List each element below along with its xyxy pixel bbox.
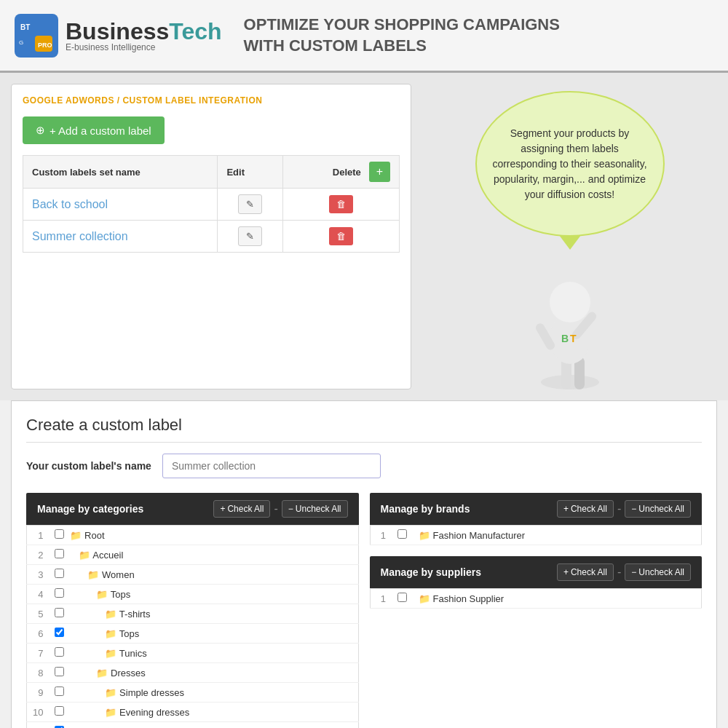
category-name: 📁 Summer dresses [70, 722, 358, 729]
row-num: 11 [27, 722, 50, 729]
suppliers-title: Manage by suppliers [381, 566, 481, 578]
category-checkbox[interactable] [55, 706, 64, 716]
suppliers-uncheck-all-button[interactable]: − Uncheck All [625, 563, 691, 581]
right-panel: Segment your products by assigning them … [422, 84, 717, 389]
row-num: 1 [370, 526, 392, 545]
main-content: GOOGLE ADWORDS / CUSTOM LABEL INTEGRATIO… [0, 73, 728, 400]
suppliers-table: 1 📁 Fashion Supplier [370, 588, 703, 609]
table-row: 8 📁 Dresses [27, 663, 359, 683]
category-name: 📁 Simple dresses [70, 683, 358, 703]
col-delete-header: Delete + [282, 156, 399, 189]
logo-icon: BT G PRO [15, 14, 58, 58]
categories-uncheck-all-button[interactable]: − Uncheck All [282, 500, 348, 518]
category-checkbox[interactable] [55, 549, 64, 558]
table-row: Summer collection ✎ 🗑 [23, 221, 400, 253]
label-name-cell: Back to school [23, 189, 218, 221]
label-name-label: Your custom label's name [26, 460, 151, 472]
table-row: 6 📁 Tops [27, 624, 359, 644]
categories-actions: + Check All - − Uncheck All [213, 500, 347, 518]
category-name: 📁 Dresses [70, 663, 358, 683]
row-num: 4 [27, 585, 50, 604]
brand-block: BusinessTech E-business Intelligence [66, 18, 222, 52]
category-checkbox[interactable] [55, 569, 64, 578]
manage-grid: Manage by categories + Check All - − Unc… [26, 493, 702, 728]
categories-header: Manage by categories + Check All - − Unc… [26, 493, 359, 525]
svg-text:B: B [561, 333, 569, 344]
row-num: 1 [27, 526, 50, 545]
widget-title: GOOGLE ADWORDS / CUSTOM LABEL INTEGRATIO… [23, 95, 400, 106]
plus-icon: ⊕ [36, 124, 45, 137]
brand-checkbox[interactable] [397, 529, 407, 539]
brand-name: 📁 Fashion Manufacturer [413, 526, 702, 545]
category-name: 📁 Tunics [70, 644, 358, 663]
custom-label-name-input[interactable] [162, 454, 381, 478]
suppliers-section: Manage by suppliers + Check All - − Unch… [370, 556, 703, 609]
table-row: 4 📁 Tops [27, 585, 359, 604]
delete-button[interactable]: 🗑 [329, 195, 353, 213]
suppliers-check-all-button[interactable]: + Check All [557, 563, 614, 581]
category-name: 📁 Evening dresses [70, 703, 358, 722]
table-row: 1 📁 Fashion Manufacturer [370, 526, 702, 545]
category-name: 📁 Tops [70, 585, 358, 604]
section-title: Create a custom label [26, 416, 702, 443]
category-checkbox[interactable] [55, 608, 64, 617]
add-label-icon-button[interactable]: + [369, 162, 390, 182]
svg-text:G: G [19, 39, 23, 46]
admin-widget: GOOGLE ADWORDS / CUSTOM LABEL INTEGRATIO… [11, 84, 411, 389]
table-row: 10 📁 Evening dresses [27, 703, 359, 722]
header: BT G PRO BusinessTech E-business Intelli… [0, 0, 728, 73]
category-name: 📁 Accueil [70, 545, 358, 565]
col-name-header: Custom labels set name [23, 156, 218, 189]
brands-actions: + Check All - − Uncheck All [557, 500, 691, 518]
edit-button[interactable]: ✎ [238, 194, 262, 214]
brands-uncheck-all-button[interactable]: − Uncheck All [625, 500, 691, 518]
edit-button[interactable]: ✎ [238, 226, 262, 246]
table-row: Back to school ✎ 🗑 [23, 189, 400, 221]
table-row: 1 📁 Root [27, 526, 359, 545]
brands-table: 1 📁 Fashion Manufacturer [370, 525, 703, 545]
row-num: 5 [27, 604, 50, 624]
plus-icon: + [220, 504, 225, 514]
add-custom-label-button[interactable]: ⊕ + Add a custom label [23, 116, 165, 144]
label-name-row: Your custom label's name [26, 454, 702, 478]
delete-button[interactable]: 🗑 [329, 227, 353, 245]
table-row: 5 📁 T-shirts [27, 604, 359, 624]
bottom-section: Create a custom label Your custom label'… [11, 400, 717, 728]
category-checkbox[interactable] [55, 529, 64, 539]
row-num: 8 [27, 663, 50, 683]
suppliers-header: Manage by suppliers + Check All - − Unch… [370, 556, 703, 588]
row-num: 9 [27, 683, 50, 703]
labels-table: Custom labels set name Edit Delete + Bac… [23, 155, 400, 253]
categories-table: 1 📁 Root 2 📁 Accueil 3 📁 Women 4 📁 Tops … [26, 525, 359, 728]
table-row: 3 📁 Women [27, 565, 359, 585]
categories-check-all-button[interactable]: + Check All [213, 500, 270, 518]
row-num: 7 [27, 644, 50, 663]
speech-bubble: Segment your products by assigning them … [475, 91, 665, 237]
character-figure: B T [505, 244, 636, 389]
logo-area: BT G PRO BusinessTech E-business Intelli… [15, 14, 222, 58]
table-row: 9 📁 Simple dresses [27, 683, 359, 703]
category-name: 📁 Women [70, 565, 358, 585]
suppliers-actions: + Check All - − Uncheck All [557, 563, 691, 581]
header-tagline: OPTIMIZE YOUR SHOPPING CAMPAIGNS WITH CU… [244, 15, 560, 56]
category-checkbox[interactable] [55, 588, 64, 598]
row-num: 1 [370, 589, 392, 609]
right-col: Manage by brands + Check All - − Uncheck… [370, 493, 703, 728]
label-name-cell: Summer collection [23, 221, 218, 253]
category-checkbox[interactable] [55, 647, 64, 657]
table-row: 2 📁 Accueil [27, 545, 359, 565]
col-edit-header: Edit [218, 156, 282, 189]
minus-icon: − [288, 504, 293, 514]
brands-check-all-button[interactable]: + Check All [557, 500, 614, 518]
supplier-checkbox[interactable] [397, 593, 407, 602]
category-checkbox[interactable] [55, 687, 64, 696]
category-checkbox[interactable] [55, 667, 64, 676]
categories-title: Manage by categories [37, 503, 143, 515]
categories-col: Manage by categories + Check All - − Unc… [26, 493, 359, 728]
table-row: 1 📁 Fashion Supplier [370, 589, 702, 609]
row-num: 10 [27, 703, 50, 722]
brands-header: Manage by brands + Check All - − Uncheck… [370, 493, 703, 525]
svg-point-11 [550, 282, 590, 323]
category-checkbox[interactable] [55, 628, 64, 637]
table-row: 7 📁 Tunics [27, 644, 359, 663]
